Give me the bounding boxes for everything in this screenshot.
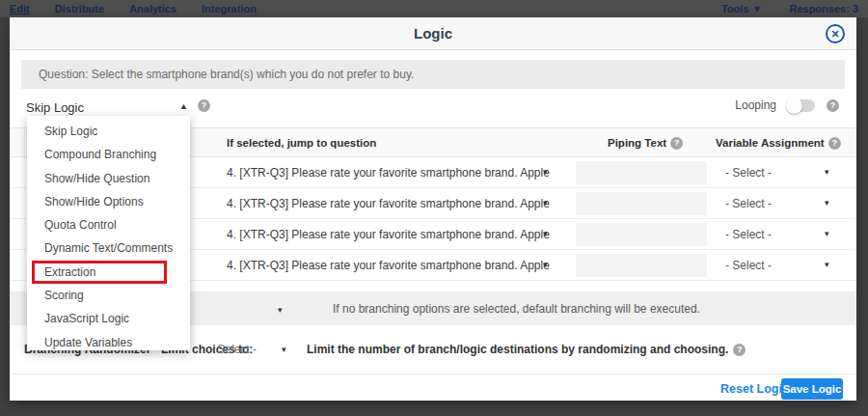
menu-item[interactable]: Quota Control [27,213,190,236]
variable-assignment-select[interactable]: - Select - [725,197,772,210]
variable-assignment-label: Variable Assignment [716,137,825,149]
caret-down-icon[interactable]: ▾ [825,198,829,208]
nav-tabs: EditDistributeAnalyticsIntegration [10,0,257,17]
piping-text-input[interactable] [576,254,707,277]
menu-item[interactable]: Show/Hide Options [27,190,190,213]
modal-header: Logic ✕ [10,17,856,50]
caret-down-icon[interactable]: ▾ [282,345,286,354]
header-jump-to-question: If selected, jump to question [227,137,376,149]
nav-tab[interactable]: Integration [202,0,257,17]
looping-toggle[interactable] [788,99,815,112]
caret-down-icon[interactable]: ▾ [543,260,548,269]
caret-down-icon[interactable]: ▾ [825,260,829,269]
responses-count[interactable]: Responses: 3 [789,3,858,14]
tools-label: Tools [721,3,749,14]
logic-type-dropdown[interactable]: Skip Logic ▲ [26,98,188,114]
logic-type-value: Skip Logic [26,100,84,115]
nav-tab[interactable]: Edit [10,0,30,17]
tools-menu[interactable]: Tools ▼ [721,3,762,14]
piping-text-label: Piping Text [608,137,666,149]
menu-item[interactable]: Extraction [27,261,190,284]
modal-title: Logic [10,17,856,50]
jump-question-select[interactable]: 4. [XTR-Q3] Please rate your favorite sm… [227,228,550,241]
jump-question-select[interactable]: 4. [XTR-Q3] Please rate your favorite sm… [227,259,550,272]
caret-down-icon[interactable]: ▾ [825,167,829,177]
menu-item[interactable]: JavaScript Logic [27,307,190,330]
piping-text-input[interactable] [576,161,707,184]
menu-item[interactable]: Update Variables [27,331,190,354]
piping-text-input[interactable] [576,192,707,215]
help-icon[interactable]: ? [828,137,841,150]
variable-assignment-select[interactable]: - Select - [725,228,772,241]
caret-up-icon: ▲ [179,101,188,111]
caret-down-icon[interactable]: ▾ [278,305,283,315]
nav-tab[interactable]: Distribute [55,0,104,17]
looping-label: Looping [735,98,776,112]
header-piping-text: Piping Text? [608,137,683,150]
logic-type-menu: Skip LogicCompound BranchingShow/Hide Qu… [27,116,190,350]
randomizer-select[interactable]: - Select - [210,343,257,356]
variable-assignment-select[interactable]: - Select - [725,259,772,272]
caret-down-icon: ▼ [752,3,763,14]
menu-item[interactable]: Compound Branching [27,143,190,166]
header-variable-assignment: Variable Assignment? [716,137,841,150]
nav-tab[interactable]: Analytics [129,0,176,17]
reset-logic-button[interactable]: Reset Logic [720,382,789,396]
logic-modal: Logic ✕ Question: Select the smartphone … [10,17,856,401]
piping-text-input[interactable] [576,223,707,246]
variable-assignment-select[interactable]: - Select - [725,166,772,180]
modal-footer: Reset Logic Save Logic [10,374,856,401]
close-icon[interactable]: ✕ [826,24,845,43]
randomizer-note: Limit the number of branch/logic destina… [307,343,746,356]
caret-down-icon[interactable]: ▾ [543,229,548,238]
help-icon[interactable]: ? [670,137,683,150]
top-navigation-bar: EditDistributeAnalyticsIntegration Tools… [0,0,868,17]
help-icon[interactable]: ? [827,99,839,112]
jump-question-select[interactable]: 4. [XTR-Q3] Please rate your favorite sm… [227,166,550,180]
caret-down-icon[interactable]: ▾ [543,198,548,208]
caret-down-icon[interactable]: ▾ [543,167,548,177]
jump-question-select[interactable]: 4. [XTR-Q3] Please rate your favorite sm… [227,197,550,210]
help-icon[interactable]: ? [733,344,746,356]
looping-control: Looping ? [735,98,839,112]
menu-item[interactable]: Dynamic Text/Comments [27,236,190,260]
help-icon[interactable]: ? [198,99,210,112]
toggle-knob [786,97,802,114]
randomizer-note-text: Limit the number of branch/logic destina… [307,343,728,356]
save-logic-button[interactable]: Save Logic [781,378,843,400]
menu-item[interactable]: Skip Logic [27,120,190,143]
menu-item[interactable]: Scoring [27,284,190,307]
question-label: Question: Select the smartphone brand(s)… [21,60,845,89]
default-branching-note: If no branching options are selected, de… [333,302,700,316]
menu-item[interactable]: Show/Hide Question [27,167,190,190]
caret-down-icon[interactable]: ▾ [825,229,829,238]
